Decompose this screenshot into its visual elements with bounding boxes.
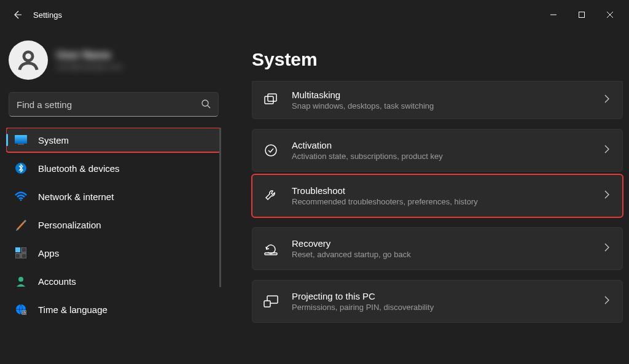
user-row[interactable]: User Name user@example.com xyxy=(9,41,219,80)
setting-item-activation[interactable]: ActivationActivation state, subscription… xyxy=(252,129,623,172)
svg-point-4 xyxy=(24,52,33,61)
window-controls xyxy=(539,5,624,25)
apps-icon xyxy=(15,247,27,259)
svg-rect-22 xyxy=(265,96,273,104)
settings-list: MultitaskingSnap windows, desktops, task… xyxy=(252,81,623,323)
svg-rect-13 xyxy=(21,247,26,252)
setting-title: Projecting to this PC xyxy=(292,291,434,301)
sidebar-item-network-internet[interactable]: Network & internet xyxy=(6,184,221,209)
search-icon xyxy=(201,99,211,110)
chevron-right-icon xyxy=(604,95,610,106)
setting-desc: Reset, advanced startup, go back xyxy=(292,250,411,259)
setting-desc: Permissions, pairing PIN, discoverabilit… xyxy=(292,303,434,312)
avatar xyxy=(9,41,48,80)
svg-rect-12 xyxy=(15,247,20,252)
system-icon xyxy=(15,134,27,146)
check-icon xyxy=(262,142,279,159)
setting-item-troubleshoot[interactable]: TroubleshootRecommended troubleshooters,… xyxy=(252,174,623,217)
window-title: Settings xyxy=(33,10,62,20)
svg-rect-1 xyxy=(579,12,585,18)
sidebar-item-apps[interactable]: Apps xyxy=(6,241,221,265)
sidebar-item-label: System xyxy=(38,135,69,145)
person-icon xyxy=(15,275,27,287)
chevron-right-icon xyxy=(604,145,610,156)
maximize-button[interactable] xyxy=(568,5,596,25)
setting-desc: Recommended troubleshooters, preferences… xyxy=(292,197,478,206)
sidebar-item-label: Bluetooth & devices xyxy=(38,163,120,174)
globe-icon xyxy=(15,303,27,316)
setting-item-multitasking[interactable]: MultitaskingSnap windows, desktops, task… xyxy=(252,81,623,119)
setting-title: Activation xyxy=(292,140,443,150)
sidebar-item-personalization[interactable]: Personalization xyxy=(6,212,221,237)
titlebar: Settings xyxy=(0,0,629,29)
svg-point-5 xyxy=(202,100,208,106)
sidebar-item-system[interactable]: System xyxy=(6,128,221,152)
svg-rect-27 xyxy=(264,301,270,307)
multitask-icon xyxy=(262,91,279,109)
page-title: System xyxy=(252,49,623,70)
svg-rect-14 xyxy=(15,254,20,258)
setting-desc: Activation state, subscriptions, product… xyxy=(292,152,443,161)
sidebar: User Name user@example.com SystemBluetoo… xyxy=(0,29,227,364)
nav-list: SystemBluetooth & devicesNetwork & inter… xyxy=(6,128,221,325)
svg-point-11 xyxy=(20,199,22,201)
setting-item-projecting-to-this-pc[interactable]: Projecting to this PCPermissions, pairin… xyxy=(252,280,623,323)
brush-icon xyxy=(15,219,27,231)
recovery-icon xyxy=(262,240,279,257)
sidebar-item-label: Network & internet xyxy=(38,192,114,202)
sidebar-item-bluetooth-devices[interactable]: Bluetooth & devices xyxy=(6,156,221,180)
close-button[interactable] xyxy=(596,5,624,25)
minimize-button[interactable] xyxy=(539,5,568,25)
search-input[interactable] xyxy=(17,99,201,110)
svg-point-16 xyxy=(18,277,23,282)
svg-point-24 xyxy=(265,145,276,156)
setting-title: Recovery xyxy=(292,238,411,249)
setting-item-recovery[interactable]: RecoveryReset, advanced startup, go back xyxy=(252,227,623,270)
sidebar-item-time-language[interactable]: Time & language xyxy=(6,297,221,322)
sidebar-item-label: Personalization xyxy=(38,220,101,230)
svg-rect-8 xyxy=(15,135,27,144)
wifi-icon xyxy=(15,190,27,203)
back-button[interactable] xyxy=(5,2,29,27)
bluetooth-icon xyxy=(15,162,27,174)
project-icon xyxy=(262,293,279,310)
setting-title: Troubleshoot xyxy=(292,185,478,196)
svg-rect-9 xyxy=(18,144,24,145)
chevron-right-icon xyxy=(604,296,610,307)
sidebar-item-label: Apps xyxy=(38,248,59,258)
user-name: User Name xyxy=(57,49,122,61)
setting-title: Multitasking xyxy=(292,90,434,100)
main-panel: System MultitaskingSnap windows, desktop… xyxy=(227,29,629,364)
chevron-right-icon xyxy=(604,190,610,201)
sidebar-item-accounts[interactable]: Accounts xyxy=(6,269,221,293)
chevron-right-icon xyxy=(604,243,610,254)
user-email: user@example.com xyxy=(57,63,122,71)
sidebar-item-label: Time & language xyxy=(38,304,107,315)
svg-rect-23 xyxy=(268,94,276,101)
setting-desc: Snap windows, desktops, task switching xyxy=(292,101,434,110)
sidebar-scrollbar[interactable] xyxy=(219,128,221,287)
search-box[interactable] xyxy=(9,92,219,117)
sidebar-item-label: Accounts xyxy=(38,276,76,287)
svg-line-6 xyxy=(208,106,210,108)
user-info: User Name user@example.com xyxy=(57,49,122,71)
wrench-icon xyxy=(262,187,279,204)
svg-rect-15 xyxy=(21,254,26,258)
